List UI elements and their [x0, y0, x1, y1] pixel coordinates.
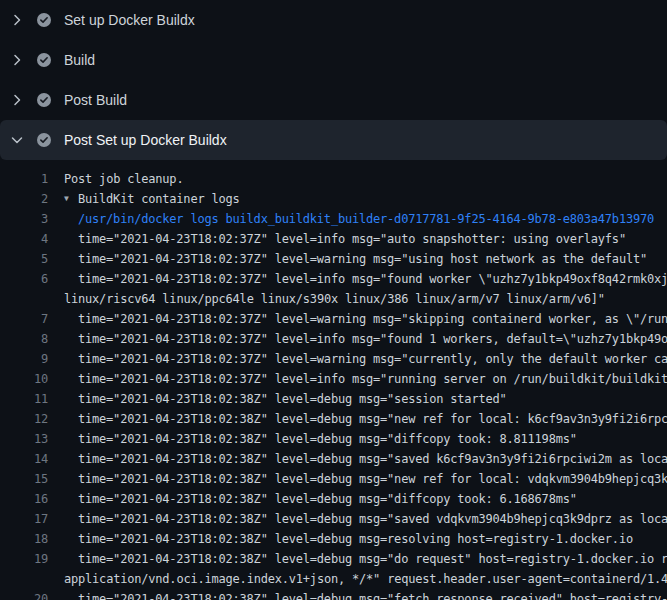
check-circle-icon [37, 133, 51, 147]
log-line: 16 time="2021-04-23T18:02:38Z" level=deb… [0, 489, 667, 509]
line-number[interactable]: 14 [0, 449, 48, 469]
line-number[interactable] [0, 569, 48, 589]
log-line: application/vnd.oci.image.index.v1+json,… [0, 569, 667, 589]
log-line: 8 time="2021-04-23T18:02:37Z" level=info… [0, 329, 667, 349]
log-line: 1 Post job cleanup. [0, 169, 667, 189]
log-line: 9 time="2021-04-23T18:02:37Z" level=warn… [0, 349, 667, 369]
log-text: time="2021-04-23T18:02:37Z" level=warnin… [78, 249, 647, 269]
log-text: /usr/bin/docker logs buildx_buildkit_bui… [78, 209, 654, 229]
chevron-icon [9, 132, 25, 148]
log-line: 12 time="2021-04-23T18:02:38Z" level=deb… [0, 409, 667, 429]
chevron-icon [9, 92, 25, 108]
step-label: Post Set up Docker Buildx [64, 132, 227, 148]
log-line: 19 time="2021-04-23T18:02:38Z" level=deb… [0, 549, 667, 569]
line-number[interactable]: 16 [0, 489, 48, 509]
line-number[interactable]: 11 [0, 389, 48, 409]
line-number[interactable]: 7 [0, 309, 48, 329]
line-number[interactable]: 12 [0, 409, 48, 429]
step-header-post-build[interactable]: Post Build [0, 80, 667, 120]
log-text: time="2021-04-23T18:02:38Z" level=debug … [78, 469, 667, 489]
log-line: 4 time="2021-04-23T18:02:37Z" level=info… [0, 229, 667, 249]
log-area: 1 Post job cleanup. 2 ▼ BuildKit contain… [0, 160, 667, 600]
group-toggle-icon[interactable]: ▼ [64, 189, 78, 209]
log-line: 15 time="2021-04-23T18:02:38Z" level=deb… [0, 469, 667, 489]
log-line: 11 time="2021-04-23T18:02:38Z" level=deb… [0, 389, 667, 409]
chevron-icon [9, 12, 25, 28]
check-circle-icon [37, 53, 51, 67]
step-label: Set up Docker Buildx [64, 12, 195, 28]
log-text: BuildKit container logs [78, 189, 240, 209]
steps-list: Set up Docker Buildx Build P [0, 0, 667, 160]
log-line: 13 time="2021-04-23T18:02:38Z" level=deb… [0, 429, 667, 449]
step-header-build[interactable]: Build [0, 40, 667, 80]
log-line: 5 time="2021-04-23T18:02:37Z" level=warn… [0, 249, 667, 269]
log-text: time="2021-04-23T18:02:37Z" level=info m… [78, 329, 667, 349]
log-text: application/vnd.oci.image.index.v1+json,… [64, 569, 667, 589]
log-text: time="2021-04-23T18:02:37Z" level=warnin… [78, 309, 667, 329]
log-text: linux/riscv64 linux/ppc64le linux/s390x … [64, 289, 605, 309]
chevron-icon [9, 52, 25, 68]
step-label: Post Build [64, 92, 127, 108]
line-number[interactable]: 9 [0, 349, 48, 369]
log-text: time="2021-04-23T18:02:37Z" level=info m… [78, 369, 667, 389]
log-line: 6 time="2021-04-23T18:02:37Z" level=info… [0, 269, 667, 289]
log-text: Post job cleanup. [64, 169, 183, 189]
log-line: linux/riscv64 linux/ppc64le linux/s390x … [0, 289, 667, 309]
line-number[interactable]: 3 [0, 209, 48, 229]
actions-log-viewer: Set up Docker Buildx Build P [0, 0, 667, 600]
log-line: 2 ▼ BuildKit container logs [0, 189, 667, 209]
line-number[interactable] [0, 289, 48, 309]
line-number[interactable]: 5 [0, 249, 48, 269]
log-text: time="2021-04-23T18:02:38Z" level=debug … [78, 429, 577, 449]
log-text: time="2021-04-23T18:02:38Z" level=debug … [78, 489, 577, 509]
log-text: time="2021-04-23T18:02:37Z" level=info m… [78, 269, 667, 289]
line-number[interactable]: 17 [0, 509, 48, 529]
line-number[interactable]: 2 [0, 189, 48, 209]
line-number[interactable]: 4 [0, 229, 48, 249]
log-text: time="2021-04-23T18:02:38Z" level=debug … [78, 389, 507, 409]
log-text: time="2021-04-23T18:02:38Z" level=debug … [78, 529, 633, 549]
log-line: 17 time="2021-04-23T18:02:38Z" level=deb… [0, 509, 667, 529]
line-number[interactable]: 1 [0, 169, 48, 189]
log-line: 10 time="2021-04-23T18:02:37Z" level=inf… [0, 369, 667, 389]
line-number[interactable]: 15 [0, 469, 48, 489]
step-label: Build [64, 52, 95, 68]
line-number[interactable]: 13 [0, 429, 48, 449]
line-number[interactable]: 10 [0, 369, 48, 389]
log-line: 14 time="2021-04-23T18:02:38Z" level=deb… [0, 449, 667, 469]
log-text: time="2021-04-23T18:02:38Z" level=debug … [78, 549, 667, 569]
log-text: time="2021-04-23T18:02:38Z" level=debug … [78, 449, 667, 469]
log-line: 20 time="2021-04-23T18:02:38Z" level=deb… [0, 589, 667, 600]
line-number[interactable]: 6 [0, 269, 48, 289]
line-number[interactable]: 19 [0, 549, 48, 569]
line-number[interactable]: 8 [0, 329, 48, 349]
check-circle-icon [37, 93, 51, 107]
step-header-set-up-docker-buildx[interactable]: Set up Docker Buildx [0, 0, 667, 40]
log-line: 18 time="2021-04-23T18:02:38Z" level=deb… [0, 529, 667, 549]
step-header-post-set-up-docker-buildx[interactable]: Post Set up Docker Buildx [0, 120, 667, 160]
line-number[interactable]: 18 [0, 529, 48, 549]
log-text: time="2021-04-23T18:02:38Z" level=debug … [78, 509, 667, 529]
log-text: time="2021-04-23T18:02:38Z" level=debug … [78, 409, 667, 429]
line-number[interactable]: 20 [0, 589, 48, 600]
log-text: time="2021-04-23T18:02:37Z" level=warnin… [78, 349, 667, 369]
log-text: time="2021-04-23T18:02:37Z" level=info m… [78, 229, 626, 249]
log-line: 3 /usr/bin/docker logs buildx_buildkit_b… [0, 209, 667, 229]
log-line: 7 time="2021-04-23T18:02:37Z" level=warn… [0, 309, 667, 329]
log-text: time="2021-04-23T18:02:38Z" level=debug … [78, 589, 667, 600]
check-circle-icon [37, 13, 51, 27]
